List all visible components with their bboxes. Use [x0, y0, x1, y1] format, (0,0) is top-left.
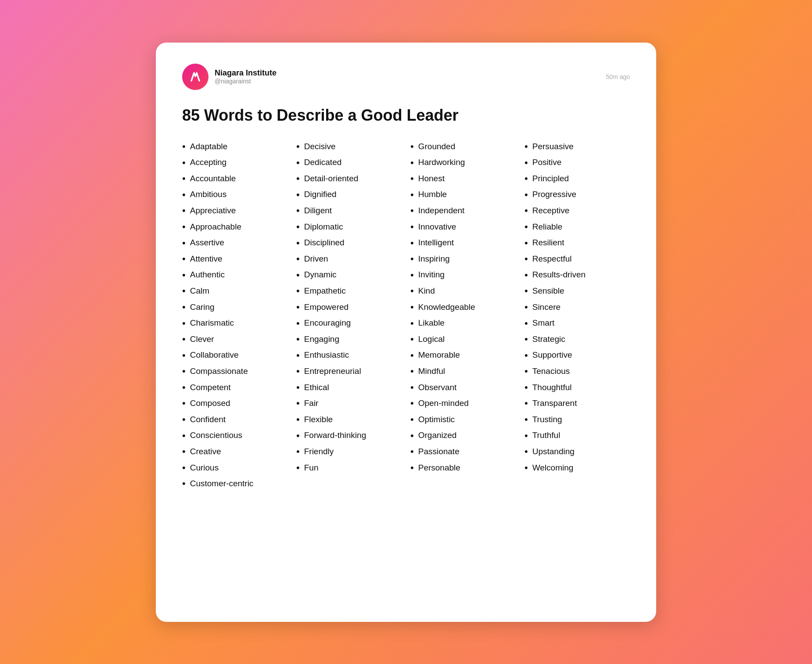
list-item: Composed [182, 395, 287, 412]
list-item: Trusting [525, 412, 630, 428]
list-item: Transparent [525, 395, 630, 412]
list-item: Intelligent [410, 235, 516, 251]
list-item: Compassionate [182, 363, 287, 380]
list-item: Dignified [296, 187, 402, 203]
list-item: Respectful [525, 251, 630, 267]
list-item: Authentic [182, 267, 287, 283]
list-item: Passionate [410, 444, 516, 460]
list-item: Caring [182, 299, 287, 316]
column-2: DecisiveDedicatedDetail-orientedDignifie… [296, 139, 402, 492]
list-item: Assertive [182, 235, 287, 251]
page-title: 85 Words to Describe a Good Leader [182, 106, 630, 125]
list-item: Grounded [410, 139, 516, 155]
list-item: Kind [410, 283, 516, 299]
column-3-list: GroundedHardworkingHonestHumbleIndepende… [410, 139, 516, 476]
list-item: Clever [182, 331, 287, 348]
column-1: AdaptableAcceptingAccountableAmbitiousAp… [182, 139, 287, 492]
list-item: Welcoming [525, 460, 630, 476]
list-item: Organized [410, 427, 516, 444]
org-name: Niagara Institute [215, 68, 277, 78]
list-item: Optimistic [410, 412, 516, 428]
list-item: Humble [410, 187, 516, 203]
list-item: Empowered [296, 299, 402, 316]
main-card: Niagara Institute @niagarainst 50m ago 8… [156, 43, 656, 622]
column-4: PersuasivePositivePrincipledProgressiveR… [525, 139, 630, 492]
list-item: Empathetic [296, 283, 402, 299]
list-item: Progressive [525, 187, 630, 203]
list-item: Principled [525, 171, 630, 187]
list-item: Customer-centric [182, 476, 287, 492]
list-item: Entrepreneurial [296, 363, 402, 380]
list-item: Thoughtful [525, 380, 630, 396]
list-item: Confident [182, 412, 287, 428]
list-item: Supportive [525, 347, 630, 363]
list-item: Innovative [410, 219, 516, 235]
list-item: Upstanding [525, 444, 630, 460]
timestamp: 50m ago [606, 73, 630, 80]
org-handle: @niagarainst [215, 78, 277, 85]
header-left: Niagara Institute @niagarainst [182, 64, 277, 90]
list-item: Mindful [410, 363, 516, 380]
list-item: Attentive [182, 251, 287, 267]
list-item: Logical [410, 331, 516, 348]
list-item: Collaborative [182, 347, 287, 363]
list-item: Decisive [296, 139, 402, 155]
list-item: Engaging [296, 331, 402, 348]
list-item: Creative [182, 444, 287, 460]
list-item: Dedicated [296, 154, 402, 171]
list-item: Conscientious [182, 427, 287, 444]
list-item: Open-minded [410, 395, 516, 412]
list-item: Calm [182, 283, 287, 299]
list-item: Fun [296, 460, 402, 476]
column-1-list: AdaptableAcceptingAccountableAmbitiousAp… [182, 139, 287, 492]
list-item: Independent [410, 203, 516, 219]
list-item: Hardworking [410, 154, 516, 171]
list-item: Dynamic [296, 267, 402, 283]
list-item: Strategic [525, 331, 630, 348]
list-item: Friendly [296, 444, 402, 460]
list-item: Knowledgeable [410, 299, 516, 316]
card-header: Niagara Institute @niagarainst 50m ago [182, 64, 630, 90]
list-item: Honest [410, 171, 516, 187]
list-item: Inspiring [410, 251, 516, 267]
list-item: Ethical [296, 380, 402, 396]
list-item: Disciplined [296, 235, 402, 251]
list-item: Flexible [296, 412, 402, 428]
list-item: Driven [296, 251, 402, 267]
list-item: Reliable [525, 219, 630, 235]
list-item: Diligent [296, 203, 402, 219]
column-3: GroundedHardworkingHonestHumbleIndepende… [410, 139, 516, 492]
list-item: Personable [410, 460, 516, 476]
list-item: Persuasive [525, 139, 630, 155]
list-item: Adaptable [182, 139, 287, 155]
list-item: Detail-oriented [296, 171, 402, 187]
list-item: Enthusiastic [296, 347, 402, 363]
column-4-list: PersuasivePositivePrincipledProgressiveR… [525, 139, 630, 476]
list-item: Appreciative [182, 203, 287, 219]
list-item: Encouraging [296, 315, 402, 331]
list-item: Curious [182, 460, 287, 476]
list-item: Sincere [525, 299, 630, 316]
list-item: Positive [525, 154, 630, 171]
list-item: Inviting [410, 267, 516, 283]
list-item: Truthful [525, 427, 630, 444]
org-logo [182, 64, 208, 90]
list-item: Resilient [525, 235, 630, 251]
list-item: Smart [525, 315, 630, 331]
word-columns: AdaptableAcceptingAccountableAmbitiousAp… [182, 139, 630, 492]
list-item: Sensible [525, 283, 630, 299]
list-item: Receptive [525, 203, 630, 219]
list-item: Ambitious [182, 187, 287, 203]
list-item: Accepting [182, 154, 287, 171]
list-item: Approachable [182, 219, 287, 235]
list-item: Forward-thinking [296, 427, 402, 444]
list-item: Competent [182, 380, 287, 396]
list-item: Observant [410, 380, 516, 396]
list-item: Diplomatic [296, 219, 402, 235]
list-item: Charismatic [182, 315, 287, 331]
column-2-list: DecisiveDedicatedDetail-orientedDignifie… [296, 139, 402, 476]
list-item: Accountable [182, 171, 287, 187]
org-info: Niagara Institute @niagarainst [215, 68, 277, 85]
list-item: Likable [410, 315, 516, 331]
list-item: Tenacious [525, 363, 630, 380]
